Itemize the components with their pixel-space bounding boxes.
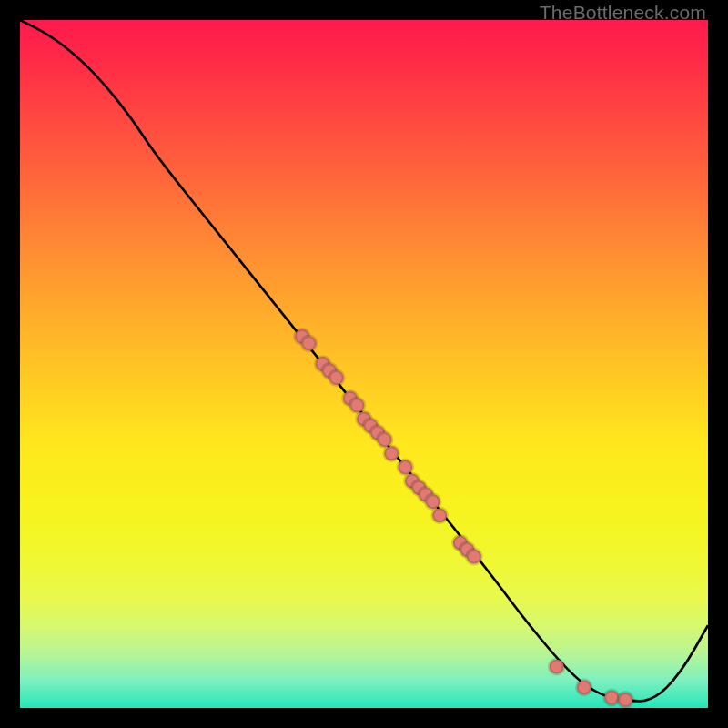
data-point (618, 693, 632, 707)
data-point (577, 680, 592, 694)
data-point (295, 329, 309, 344)
data-point (412, 480, 427, 495)
data-point (322, 364, 337, 379)
data-point (405, 474, 420, 489)
data-point (419, 488, 433, 502)
data-point (316, 357, 330, 371)
scatter-dots (295, 329, 632, 707)
data-point (329, 370, 344, 385)
data-point (364, 419, 379, 433)
data-point (384, 446, 399, 460)
data-point (370, 426, 385, 440)
data-point (432, 508, 447, 522)
data-point (467, 550, 481, 564)
data-point (343, 391, 358, 406)
data-point (357, 412, 371, 427)
data-point (550, 660, 564, 674)
data-point (398, 460, 412, 474)
data-point (426, 494, 440, 509)
data-point (302, 336, 317, 350)
bottleneck-curve (20, 20, 708, 701)
data-point (604, 691, 619, 705)
data-point (350, 398, 365, 412)
plot-area (20, 20, 708, 708)
curve-svg (20, 20, 708, 708)
data-point (460, 542, 474, 557)
chart-stage: TheBottleneck.com (0, 0, 728, 728)
data-point (453, 536, 468, 551)
data-point (378, 432, 392, 447)
